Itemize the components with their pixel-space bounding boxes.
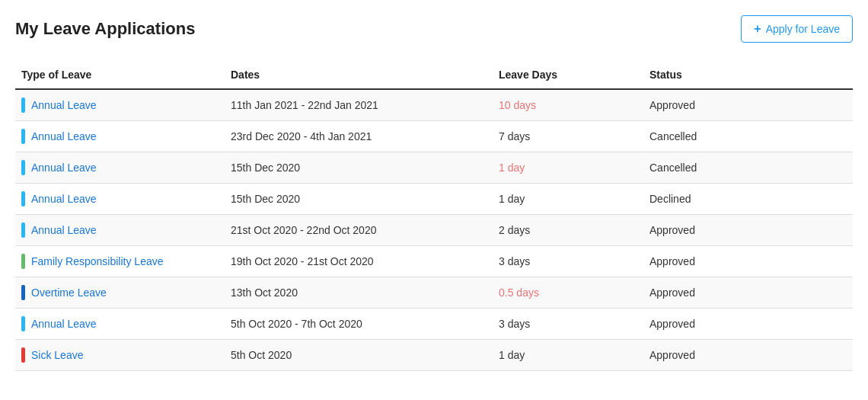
cell-status: Approved xyxy=(643,246,853,277)
cell-status: Declined xyxy=(643,184,853,215)
table-body: Annual Leave11th Jan 2021 - 22nd Jan 202… xyxy=(15,89,853,371)
leave-type-color-bar xyxy=(21,98,25,113)
type-cell-container: Family Responsibility Leave xyxy=(21,254,219,269)
type-cell-container: Annual Leave xyxy=(21,316,219,331)
cell-dates: 19th Oct 2020 - 21st Oct 2020 xyxy=(225,246,493,277)
cell-dates: 15th Dec 2020 xyxy=(225,152,493,184)
leave-type-link[interactable]: Annual Leave xyxy=(31,318,97,330)
table-row: Sick Leave5th Oct 20201 dayApproved xyxy=(15,340,853,371)
plus-icon: + xyxy=(754,22,761,36)
cell-dates: 5th Oct 2020 - 7th Oct 2020 xyxy=(225,309,493,340)
leave-type-link[interactable]: Annual Leave xyxy=(31,162,97,174)
leave-type-link[interactable]: Overtime Leave xyxy=(31,286,107,299)
cell-days: 1 day xyxy=(493,152,643,184)
cell-days: 1 day xyxy=(493,184,643,215)
cell-dates: 11th Jan 2021 - 22nd Jan 2021 xyxy=(225,89,493,121)
cell-days: 7 days xyxy=(493,121,643,152)
leave-type-color-bar xyxy=(21,347,25,363)
table-row: Annual Leave21st Oct 2020 - 22nd Oct 202… xyxy=(15,215,853,246)
cell-dates: 21st Oct 2020 - 22nd Oct 2020 xyxy=(225,215,493,246)
cell-type: Overtime Leave xyxy=(15,277,225,309)
leave-type-color-bar xyxy=(21,316,25,331)
leave-type-link[interactable]: Family Responsibility Leave xyxy=(31,255,164,267)
cell-days: 10 days xyxy=(493,89,643,121)
page-header: My Leave Applications + Apply for Leave xyxy=(15,15,853,43)
leave-applications-table: Type of Leave Dates Leave Days Status An… xyxy=(15,61,853,371)
leave-type-color-bar xyxy=(21,191,25,206)
leave-type-link[interactable]: Annual Leave xyxy=(31,130,97,142)
cell-dates: 13th Oct 2020 xyxy=(225,277,493,309)
type-cell-container: Annual Leave xyxy=(21,222,219,238)
page-title: My Leave Applications xyxy=(15,19,195,39)
cell-type: Annual Leave xyxy=(15,89,225,121)
cell-status: Approved xyxy=(643,309,853,340)
table-row: Annual Leave15th Dec 20201 dayCancelled xyxy=(15,152,853,184)
cell-status: Approved xyxy=(643,340,853,371)
cell-type: Sick Leave xyxy=(15,340,225,371)
col-header-type: Type of Leave xyxy=(15,61,225,89)
cell-type: Annual Leave xyxy=(15,184,225,215)
leave-type-color-bar xyxy=(21,129,25,144)
type-cell-container: Annual Leave xyxy=(21,191,219,206)
apply-button-label: Apply for Leave xyxy=(766,23,840,35)
cell-days: 3 days xyxy=(493,246,643,277)
type-cell-container: Annual Leave xyxy=(21,98,219,113)
cell-days: 1 day xyxy=(493,340,643,371)
cell-type: Annual Leave xyxy=(15,152,225,184)
cell-status: Approved xyxy=(643,277,853,309)
cell-dates: 5th Oct 2020 xyxy=(225,340,493,371)
cell-type: Family Responsibility Leave xyxy=(15,246,225,277)
table-row: Annual Leave23rd Dec 2020 - 4th Jan 2021… xyxy=(15,121,853,152)
cell-status: Approved xyxy=(643,89,853,121)
leave-type-color-bar xyxy=(21,222,25,238)
cell-status: Cancelled xyxy=(643,121,853,152)
table-header: Type of Leave Dates Leave Days Status xyxy=(15,61,853,89)
cell-type: Annual Leave xyxy=(15,121,225,152)
col-header-dates: Dates xyxy=(225,61,493,89)
table-row: Annual Leave15th Dec 20201 dayDeclined xyxy=(15,184,853,215)
leave-type-link[interactable]: Annual Leave xyxy=(31,193,97,205)
cell-dates: 23rd Dec 2020 - 4th Jan 2021 xyxy=(225,121,493,152)
cell-type: Annual Leave xyxy=(15,309,225,340)
table-row: Annual Leave5th Oct 2020 - 7th Oct 20203… xyxy=(15,309,853,340)
cell-days: 2 days xyxy=(493,215,643,246)
cell-days: 3 days xyxy=(493,309,643,340)
leave-type-link[interactable]: Annual Leave xyxy=(31,224,97,236)
type-cell-container: Annual Leave xyxy=(21,129,219,144)
type-cell-container: Annual Leave xyxy=(21,160,219,175)
type-cell-container: Sick Leave xyxy=(21,347,219,363)
cell-dates: 15th Dec 2020 xyxy=(225,184,493,215)
apply-for-leave-button[interactable]: + Apply for Leave xyxy=(741,15,853,43)
leave-type-color-bar xyxy=(21,285,25,300)
col-header-status: Status xyxy=(643,61,853,89)
table-row: Family Responsibility Leave19th Oct 2020… xyxy=(15,246,853,277)
col-header-days: Leave Days xyxy=(493,61,643,89)
cell-days: 0.5 days xyxy=(493,277,643,309)
leave-type-color-bar xyxy=(21,254,25,269)
cell-status: Approved xyxy=(643,215,853,246)
header-row: Type of Leave Dates Leave Days Status xyxy=(15,61,853,89)
table-row: Overtime Leave13th Oct 20200.5 daysAppro… xyxy=(15,277,853,309)
type-cell-container: Overtime Leave xyxy=(21,285,219,300)
cell-type: Annual Leave xyxy=(15,215,225,246)
leave-type-color-bar xyxy=(21,160,25,175)
cell-status: Cancelled xyxy=(643,152,853,184)
table-row: Annual Leave11th Jan 2021 - 22nd Jan 202… xyxy=(15,89,853,121)
leave-type-link[interactable]: Sick Leave xyxy=(31,349,83,361)
leave-type-link[interactable]: Annual Leave xyxy=(31,99,97,111)
